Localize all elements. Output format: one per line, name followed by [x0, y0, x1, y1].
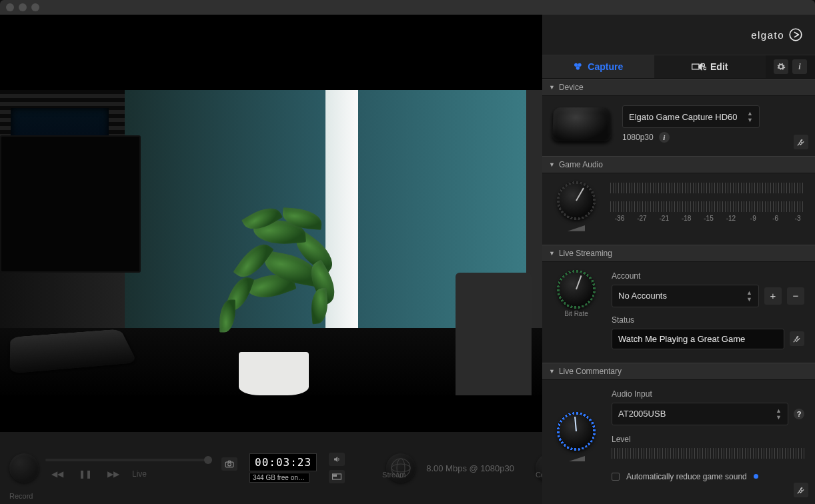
auto-reduce-checkbox[interactable]: [612, 473, 620, 481]
status-tools-button[interactable]: [790, 331, 804, 346]
wrench-icon: [792, 334, 802, 343]
audio-input-select[interactable]: AT2005USB ▲▼: [612, 403, 788, 425]
layout-button[interactable]: [329, 470, 345, 483]
svg-point-11: [578, 63, 582, 67]
commentary-tools-button[interactable]: [794, 483, 808, 497]
device-mode: 1080p30: [622, 133, 654, 142]
svg-point-9: [790, 29, 802, 41]
level-label: Level: [612, 435, 804, 444]
bottom-toolbar: ◀◀ ❚❚ ▶▶ Live Record 00:03:: [0, 431, 542, 504]
timecode: 00:03:23: [249, 453, 317, 471]
section-gameaudio-header[interactable]: ▼Game Audio: [542, 156, 815, 173]
snapshot-button[interactable]: [221, 457, 237, 471]
svg-point-12: [576, 66, 580, 69]
device-image: [552, 107, 611, 141]
svg-rect-13: [692, 64, 699, 69]
record-button[interactable]: [9, 453, 39, 483]
bitrate-knob[interactable]: [558, 271, 594, 307]
record-label: Record: [9, 492, 33, 500]
tab-edit[interactable]: Edit: [654, 55, 766, 78]
commentary-meter: [612, 448, 804, 459]
status-label: Status: [612, 315, 804, 325]
window-titlebar: [0, 0, 815, 15]
quality-text: 8.00 Mbps @ 1080p30: [426, 463, 514, 473]
section-commentary-header[interactable]: ▼Live Commentary: [542, 363, 815, 380]
capture-icon: [573, 61, 584, 72]
edit-icon: [692, 62, 706, 71]
device-info-icon[interactable]: i: [659, 132, 670, 143]
auto-reduce-label: Automatically reduce game sound: [626, 472, 747, 481]
status-input[interactable]: [612, 329, 784, 349]
volume-icon: [568, 225, 585, 231]
traffic-close[interactable]: [6, 3, 14, 11]
svg-marker-17: [568, 225, 585, 231]
live-button[interactable]: Live: [132, 467, 147, 481]
volume-icon: [568, 456, 585, 462]
commentary-level-knob[interactable]: [558, 413, 594, 449]
section-device-header[interactable]: ▼Device: [542, 79, 815, 96]
free-space: 344 GB free on…: [249, 473, 309, 483]
account-remove-button[interactable]: −: [787, 287, 804, 305]
device-tools-button[interactable]: [794, 135, 808, 149]
brand-logo: elgato: [751, 27, 803, 42]
audio-input-help[interactable]: ?: [794, 409, 804, 419]
bitrate-label: Bit Rate: [564, 310, 588, 317]
svg-point-1: [228, 463, 231, 466]
account-label: Account: [612, 271, 804, 281]
svg-point-10: [574, 63, 578, 67]
svg-marker-18: [568, 456, 585, 462]
device-select[interactable]: Elgato Game Capture HD60 ▲▼: [622, 105, 760, 128]
rewind-button[interactable]: ◀◀: [48, 467, 67, 481]
auto-reduce-indicator: [754, 474, 758, 479]
plant-image: [195, 191, 369, 359]
wrench-icon: [796, 137, 806, 147]
scrub-slider[interactable]: [45, 459, 212, 461]
traffic-minimize[interactable]: [19, 3, 27, 11]
forward-button[interactable]: ▶▶: [104, 467, 123, 481]
traffic-zoom[interactable]: [31, 3, 39, 11]
info-button[interactable]: i: [792, 59, 807, 74]
game-audio-meter: [610, 183, 804, 212]
pause-button[interactable]: ❚❚: [76, 467, 95, 481]
video-preview: [0, 15, 542, 431]
mute-button[interactable]: [329, 453, 345, 466]
game-audio-knob[interactable]: [558, 183, 594, 219]
account-select[interactable]: No Accounts ▲▼: [612, 285, 759, 307]
wrench-icon: [796, 485, 806, 495]
account-add-button[interactable]: +: [764, 287, 782, 305]
settings-button[interactable]: [774, 59, 788, 74]
section-streaming-header[interactable]: ▼Live Streaming: [542, 245, 815, 262]
stream-label: Stream: [382, 471, 405, 479]
db-scale: -36-27-21-18-15-12-9-6-3: [610, 215, 804, 222]
tab-capture[interactable]: Capture: [542, 55, 654, 78]
audio-input-label: Audio Input: [612, 389, 804, 399]
svg-rect-3: [333, 475, 337, 476]
gear-icon: [776, 62, 786, 71]
